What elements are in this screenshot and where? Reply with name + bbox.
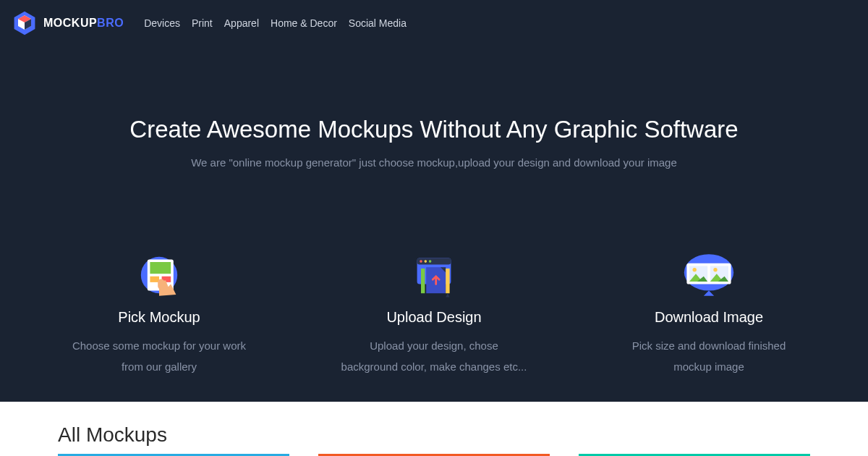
step-title: Upload Design [340,309,528,326]
logo-text: MOCKUPBRO [43,17,124,30]
step-desc: Pick size and download finished mockup i… [615,336,803,377]
svg-point-28 [713,268,717,271]
nav-devices[interactable]: Devices [144,17,180,29]
step-desc: Choose some mockup for your work from ou… [65,336,253,377]
logo-hexagon-icon [12,10,38,36]
nav-home-decor[interactable]: Home & Decor [271,17,337,29]
svg-point-14 [429,260,432,263]
download-image-icon [615,248,803,302]
brand-name-a: MOCKUP [43,17,97,29]
svg-point-13 [425,260,427,263]
svg-rect-18 [446,269,449,293]
hero-section: MOCKUPBRO Devices Print Apparel Home & D… [0,0,868,402]
step-title: Pick Mockup [65,309,253,326]
nav-social-media[interactable]: Social Media [349,17,407,29]
pick-mockup-icon [65,248,253,302]
upload-design-icon [340,248,528,302]
navbar: MOCKUPBRO Devices Print Apparel Home & D… [0,0,868,46]
hero-title: Create Awesome Mockups Without Any Graph… [0,116,868,143]
svg-rect-9 [158,279,164,289]
svg-point-24 [693,268,697,271]
svg-marker-21 [704,291,714,296]
brand-name-b: BRO [97,17,124,29]
nav-print[interactable]: Print [192,17,213,29]
svg-marker-19 [446,293,449,297]
step-pick-mockup: Pick Mockup Choose some mockup for your … [65,248,253,377]
logo[interactable]: MOCKUPBRO [12,10,124,36]
all-mockups-heading: All Mockups [0,402,868,454]
hero-subtitle: We are "online mockup generator" just ch… [0,156,868,169]
step-download-image: Download Image Pick size and download fi… [615,248,803,377]
svg-point-12 [420,260,422,263]
svg-rect-17 [421,269,425,293]
step-title: Download Image [615,309,803,326]
step-desc: Upload your design, chose background col… [340,336,528,377]
nav-links: Devices Print Apparel Home & Decor Socia… [144,17,407,29]
hero-content: Create Awesome Mockups Without Any Graph… [0,46,868,169]
svg-rect-6 [150,262,171,274]
nav-apparel[interactable]: Apparel [224,17,259,29]
svg-rect-7 [150,276,159,282]
steps-row: Pick Mockup Choose some mockup for your … [0,248,868,377]
step-upload-design: Upload Design Upload your design, chose … [340,248,528,377]
